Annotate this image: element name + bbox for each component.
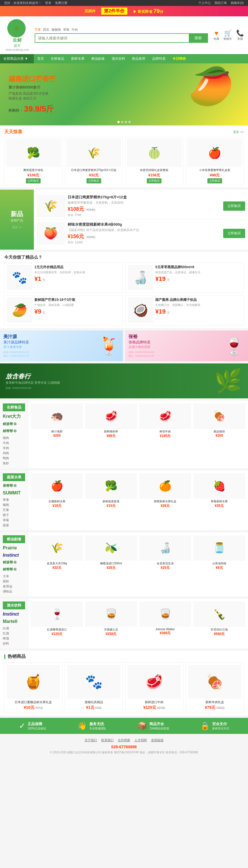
brand-kret-logo[interactable]: Kret大力 — [3, 413, 25, 420]
tiantian-btn-4[interactable]: 立即购买 — [208, 178, 222, 183]
cat-product-veg-2[interactable]: 🥦 新鲜蔬菜套装 ¥15元 — [85, 473, 137, 508]
banner-zhangyu[interactable]: 张裕 张裕品牌特卖 品酒大师的选择 起始: 2018/12/2214:00 截止… — [125, 331, 248, 361]
search-tag-4[interactable]: 草莓 — [63, 28, 69, 32]
cat-link-grape[interactable]: 葡萄 — [3, 503, 25, 507]
today-item-4[interactable]: 🥥 国产圆果 品牌白果椰子饮品 天然椰子水，清甜爽口，补充电解质 ¥19 元 — [125, 295, 244, 326]
cart-link[interactable]: 购物车(0) — [231, 1, 244, 4]
category-dropdown[interactable]: 全部商品分类 ▼ — [0, 54, 34, 63]
nav-fruit[interactable]: 新鲜水果 — [68, 54, 88, 63]
brand-summit-logo[interactable]: SUMMIT — [3, 491, 25, 496]
cat-link-oil[interactable]: 食用油 — [3, 584, 25, 589]
brand-instinct2-logo[interactable]: Instinct — [3, 612, 25, 617]
cat-product-grain-4[interactable]: 🫙 山茶油特级 ¥8元 — [193, 535, 245, 570]
my-orders-link[interactable]: 我的订单 — [214, 1, 227, 4]
cart-icon-btn[interactable]: 🛒 购物车 — [223, 30, 232, 41]
tiantian-product-3[interactable]: 🍈 哈密瓜特级礼盒装整箱 ¥156元 立即购买 — [125, 137, 183, 185]
cat-product-drinks-1[interactable]: 🍷 红酒葡萄酒进口 ¥120元 — [31, 601, 83, 637]
cat-link-beer[interactable]: 啤酒 — [3, 637, 25, 641]
cat-product-grain-1[interactable]: 🌾 金龙鱼大米10kg ¥32元 — [31, 535, 83, 570]
hot-product-3[interactable]: 🥩 新鲜进口牛肉 ¥120元 ¥340() — [125, 662, 183, 713]
brand-instinct-logo[interactable]: Instinct — [3, 553, 25, 558]
search-tag-1[interactable]: 芒果 — [35, 28, 41, 32]
cat-link-wine[interactable]: 红酒 — [3, 631, 25, 636]
brand-xianbang2-logo[interactable]: 鲜帮帮-B — [3, 567, 25, 572]
cat-link-mango[interactable]: 芒果 — [3, 508, 25, 512]
cat-link-beef[interactable]: 牛肉 — [3, 441, 25, 445]
cat-link-baijiu[interactable]: 白酒 — [3, 626, 25, 630]
tiantian-product-1[interactable]: 🥦 菌类蔬菜什锦包 ¥108元 立即购买 — [4, 137, 63, 185]
today-item-2[interactable]: 🍶 5元枣枣黑黑品牌500ml×6 精选优质产品，品质保证，健康生活 ¥19 元 — [125, 262, 244, 293]
nav-home[interactable]: 首页 — [34, 54, 48, 63]
cat-link-lamb[interactable]: 羊肉 — [3, 446, 25, 450]
nav-drinks[interactable]: 酒水饮料 — [108, 54, 128, 63]
my-center-link[interactable]: 个人中心 — [198, 1, 211, 4]
cat-link-veggie[interactable]: 蔬菜 — [3, 523, 25, 527]
new-product-buy-1[interactable]: 立即购买 — [223, 202, 245, 211]
tiantian-btn-2[interactable]: 立即购买 — [87, 178, 101, 183]
cat-product-veg-4[interactable]: 🍓 草莓新鲜水果 ¥35元 — [193, 473, 245, 508]
today-item-1[interactable]: 🐾 1元元件价精品用品 本次活动限量发售，先到先得，欲购从速 ¥1 元 — [4, 262, 123, 293]
tiantian-product-4[interactable]: 🍎 小米坚果蜜脆苹果礼盒装 ¥99元 立即购买 — [186, 137, 244, 185]
nav-fresh[interactable]: 生鲜食品 — [48, 54, 68, 63]
search-input[interactable] — [35, 34, 189, 42]
footer-friendlinks[interactable]: 友情链接 — [151, 738, 163, 742]
cat-link-strawberry[interactable]: 草莓 — [3, 518, 25, 522]
today-item-3[interactable]: 🥭 新鲜国产芒果15-18个3斤装 产地直发，新鲜采摘，口感甜蜜 ¥9 元 — [4, 295, 123, 326]
footer-about[interactable]: 关于我们 — [85, 738, 97, 742]
new-product-buy-2[interactable]: 立即购买 — [223, 229, 245, 238]
cat-link-orange[interactable]: 橙子 — [3, 513, 25, 517]
tiantian-more[interactable]: 更多 >> — [233, 130, 244, 134]
promo-banner[interactable]: 买两件 第2件半价 ▶ 即买即省 79分 — [0, 6, 248, 16]
cat-link-seafood[interactable]: 鱼虾 — [3, 461, 25, 465]
cat-product-drinks-2[interactable]: 🥃 洋酒威士忌 ¥258元 — [85, 601, 137, 637]
cat-product-grain-2[interactable]: 🫒 橄榄油进口500ml ¥28元 — [85, 535, 137, 570]
search-tag-5[interactable]: 牛肉 — [71, 28, 78, 32]
brand-xianbang-logo[interactable]: 鲜帮帮-B — [3, 429, 25, 434]
wide-promo-banner[interactable]: 放含春行 多美鲜号场品牌特卖 营养丰富 口感细腻 起始: 2018/12/221… — [0, 364, 248, 398]
login-link[interactable]: 登录 — [45, 1, 51, 4]
hot-product-1[interactable]: 🍯 日本进口蜜糖品鲜水果礼盒 ¥10元 ¥34元 — [4, 662, 63, 713]
cat-link-beverage[interactable]: 饮料 — [3, 642, 25, 646]
brand-xianpai-logo[interactable]: 鲜派帮-B — [3, 422, 25, 427]
nav-grain[interactable]: 粮油副食 — [88, 54, 108, 63]
cat-product-drinks-3[interactable]: 🥃 Johnnie Walker ¥368元 — [139, 601, 191, 637]
brand-xianpai2-logo[interactable]: 鲜派帮-B — [3, 560, 25, 565]
cat-link-duck[interactable]: 鸭肉 — [3, 456, 25, 460]
hot-product-4[interactable]: 🍖 新鲜羊肉礼盒 ¥75元 ¥150() — [186, 662, 244, 713]
dot-2[interactable] — [121, 121, 123, 123]
brand-martell-logo[interactable]: Martell — [3, 619, 25, 624]
banner-meiziyuan[interactable]: 美汁源 美汁源品牌特卖 美汁健康专家 起始: 2018/12/2214:00 截… — [0, 331, 123, 361]
cat-link-pork[interactable]: 猪肉 — [3, 436, 25, 440]
search-tag-3[interactable]: 猕猴桃 — [52, 28, 61, 32]
dot-4[interactable] — [128, 121, 131, 123]
welcome-text[interactable]: 您好，欢迎来到生鲜超市！ — [4, 1, 41, 4]
tiantian-btn-1[interactable]: 立即购买 — [26, 178, 40, 183]
cat-link-rice[interactable]: 大米 — [3, 574, 25, 578]
cat-product-drinks-4[interactable]: 🍾 轩尼诗白兰地 ¥580元 — [193, 601, 245, 637]
cat-product-veg-1[interactable]: 🍎 石榴新鲜水果 ¥19元 — [31, 473, 83, 508]
nav-brand[interactable]: 品牌特卖 — [149, 54, 169, 63]
nav-daily-deal[interactable]: 今日特价 — [169, 54, 189, 63]
hot-product-2[interactable]: 🐾 宠物玩具精品 ¥1元 ¥150 — [65, 662, 123, 713]
search-button[interactable]: 搜索 — [189, 34, 208, 42]
footer-jobs[interactable]: 人才招聘 — [134, 738, 147, 742]
footer-partners[interactable]: 合作商家 — [118, 738, 130, 742]
cat-link-seasoning[interactable]: 调味品 — [3, 589, 25, 594]
new-product-more[interactable]: 更多 >> — [12, 225, 22, 229]
cat-link-apple[interactable]: 苹果 — [3, 498, 25, 502]
footer-contact[interactable]: 联系我们 — [101, 738, 114, 742]
cat-product-fresh-1[interactable]: 🦔 鲜汁海胆 ¥265 — [31, 403, 83, 438]
nav-new[interactable]: 新品推荐 — [128, 54, 149, 63]
cat-product-fresh-3[interactable]: 🥩 鲜切牛肉 ¥185元 — [139, 403, 191, 438]
cat-product-grain-3[interactable]: 🍶 金龙鱼花生油 ¥25元 — [139, 535, 191, 570]
brand-guobang-logo[interactable]: 果帮帮-B — [3, 484, 25, 488]
register-link[interactable]: 免费注册 — [55, 1, 67, 4]
cat-product-veg-3[interactable]: 🍊 脐橙新鲜水果礼盒 ¥28元 — [139, 473, 191, 508]
dot-1[interactable] — [118, 121, 120, 123]
tiantian-btn-3[interactable]: 立即购买 — [147, 178, 161, 183]
favorite-icon-btn[interactable]: ♥ 收藏 — [214, 30, 219, 41]
cat-link-chicken[interactable]: 鸡肉 — [3, 451, 25, 455]
service-icon-btn[interactable]: 📞 客服 — [236, 30, 244, 41]
logo[interactable]: 🌿 生鲜 超市 www.ocailong.com — [4, 19, 29, 51]
brand-prairie-logo[interactable]: Prairie — [3, 546, 25, 551]
